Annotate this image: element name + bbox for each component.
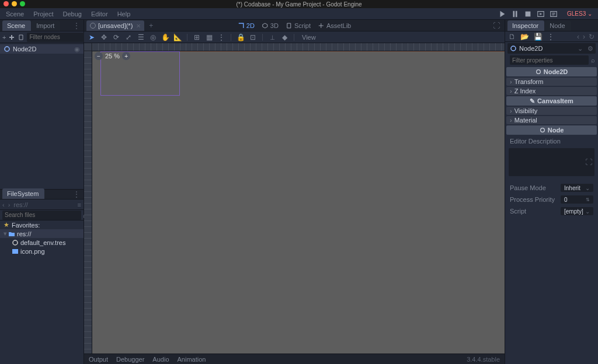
- svg-point-7: [540, 128, 544, 132]
- stop-icon[interactable]: [524, 10, 532, 18]
- nav-path[interactable]: res://: [13, 201, 27, 208]
- section-canvasitem[interactable]: ✎ CanvasItem: [506, 96, 597, 106]
- visibility-toggle-icon[interactable]: ◉: [74, 46, 80, 53]
- add-node-button[interactable]: +: [2, 33, 6, 42]
- script-dropdown[interactable]: [empty]: [561, 207, 593, 215]
- bottom-tab-output[interactable]: Output: [89, 356, 108, 363]
- minimize-window-button[interactable]: [12, 1, 17, 6]
- close-window-button[interactable]: [4, 1, 9, 6]
- filesystem-search-input[interactable]: [2, 211, 81, 220]
- scene-tab-current[interactable]: [unsaved](*) ✕: [86, 20, 144, 31]
- lock-icon[interactable]: 🔒: [237, 33, 245, 41]
- pause-mode-dropdown[interactable]: Inherit: [561, 184, 593, 192]
- workspace-assetlib[interactable]: AssetLib: [318, 22, 351, 29]
- dock-options-icon[interactable]: ⋮: [73, 22, 80, 30]
- new-scene-tab-button[interactable]: +: [149, 22, 153, 30]
- attach-script-button[interactable]: [18, 33, 25, 42]
- process-priority-input[interactable]: 0: [561, 195, 593, 204]
- list-select-icon[interactable]: ☰: [137, 33, 145, 41]
- tab-filesystem[interactable]: FileSystem: [2, 188, 44, 199]
- bottom-tab-debugger[interactable]: Debugger: [116, 356, 144, 363]
- play-project-icon[interactable]: [498, 10, 506, 18]
- menu-scene[interactable]: Scene: [6, 10, 24, 18]
- play-scene-icon[interactable]: [537, 10, 545, 18]
- save-resource-icon[interactable]: 💾: [534, 33, 543, 41]
- zoom-level[interactable]: 25 %: [105, 52, 120, 60]
- expand-icon[interactable]: ⛶: [585, 158, 592, 166]
- select-tool-icon[interactable]: ➤: [88, 33, 96, 41]
- filesystem-menu-icon[interactable]: ≡: [78, 201, 81, 208]
- nav-forward-button[interactable]: ›: [8, 201, 11, 208]
- snap-grid-icon[interactable]: ▦: [205, 33, 213, 41]
- nav-back-button[interactable]: ‹: [2, 201, 5, 208]
- menu-help[interactable]: Help: [117, 10, 131, 18]
- snap-options-icon[interactable]: ⋮: [217, 33, 225, 41]
- favorites-header[interactable]: ★ Favorites:: [0, 220, 84, 229]
- scene-tree-root[interactable]: Node2D ◉: [0, 44, 84, 54]
- view-menu[interactable]: View: [300, 34, 318, 41]
- ruler-vertical[interactable]: [84, 51, 92, 354]
- filter-properties-input[interactable]: [510, 55, 589, 65]
- tab-scene[interactable]: Scene: [2, 20, 31, 31]
- workspace-script-icon: [286, 22, 293, 29]
- maximize-window-button[interactable]: [20, 1, 25, 6]
- open-resource-icon[interactable]: 📂: [520, 33, 529, 41]
- pan-tool-icon[interactable]: ✋: [161, 33, 169, 41]
- ruler-tool-icon[interactable]: 📐: [173, 33, 182, 41]
- close-tab-icon[interactable]: ✕: [136, 23, 141, 29]
- instance-scene-button[interactable]: [8, 33, 15, 42]
- group-material[interactable]: Material: [506, 116, 597, 124]
- editor-description-field[interactable]: ⛶: [509, 148, 594, 176]
- tab-import[interactable]: Import: [32, 20, 60, 31]
- distraction-free-icon[interactable]: ⛶: [493, 22, 500, 30]
- favorites-label: Favorites:: [12, 222, 40, 229]
- dock-options-icon[interactable]: ⋮: [73, 190, 80, 198]
- dropdown-icon[interactable]: ⌄: [578, 45, 583, 52]
- section-node[interactable]: Node: [506, 125, 597, 135]
- tab-inspector[interactable]: Inspector: [507, 20, 544, 31]
- inspected-object-field[interactable]: Node2D ⌄ ⚙: [507, 43, 596, 54]
- bone-icon[interactable]: ⟂: [268, 33, 276, 41]
- play-custom-scene-icon[interactable]: [550, 10, 558, 18]
- workspace-2d[interactable]: 2D: [238, 22, 255, 29]
- object-tools-icon[interactable]: ⚙: [587, 45, 593, 52]
- section-node2d[interactable]: Node2D: [506, 67, 597, 76]
- pivot-tool-icon[interactable]: ◎: [149, 33, 157, 41]
- scene-tree[interactable]: Node2D ◉: [0, 43, 84, 189]
- group-icon[interactable]: ⊡: [249, 33, 257, 41]
- menu-editor[interactable]: Editor: [91, 10, 108, 18]
- 2d-viewport[interactable]: + − 25 % +: [84, 43, 505, 354]
- group-z-index[interactable]: Z Index: [506, 87, 597, 95]
- filesystem-folder-root[interactable]: ▾ res://: [0, 229, 84, 238]
- bottom-tab-audio[interactable]: Audio: [152, 356, 169, 363]
- search-icon[interactable]: ⌕: [591, 55, 595, 65]
- animation-key-icon[interactable]: ◆: [280, 33, 288, 41]
- renderer-selector[interactable]: GLES3 ⌄: [567, 10, 592, 17]
- tab-node[interactable]: Node: [545, 20, 571, 31]
- new-resource-icon[interactable]: 🗋: [509, 33, 516, 41]
- snap-toggle-icon[interactable]: ⊞: [193, 33, 201, 41]
- workspace-script[interactable]: Script: [286, 22, 311, 29]
- filesystem-tree[interactable]: ★ Favorites: ▾ res:// default_env.tres i…: [0, 220, 84, 364]
- scale-tool-icon[interactable]: ⤢: [124, 33, 133, 41]
- bottom-tab-animation[interactable]: Animation: [178, 356, 206, 363]
- menu-project[interactable]: Project: [33, 10, 53, 18]
- ruler-horizontal[interactable]: [92, 43, 505, 51]
- move-tool-icon[interactable]: ✥: [100, 33, 108, 41]
- menu-debug[interactable]: Debug: [62, 10, 81, 18]
- inspector-dock-tabs: Inspector Node: [505, 20, 598, 32]
- svg-point-6: [536, 70, 540, 74]
- history-forward-icon[interactable]: ›: [583, 33, 585, 41]
- history-menu-icon[interactable]: ↻: [589, 33, 594, 41]
- group-visibility[interactable]: Visibility: [506, 107, 597, 115]
- history-back-icon[interactable]: ‹: [577, 33, 579, 41]
- zoom-in-button[interactable]: +: [122, 52, 130, 60]
- filesystem-file[interactable]: icon.png: [0, 247, 84, 256]
- inspector-extra-icon[interactable]: ⋮: [547, 33, 554, 41]
- rotate-tool-icon[interactable]: ⟳: [112, 33, 120, 41]
- zoom-out-button[interactable]: −: [95, 52, 103, 60]
- workspace-3d[interactable]: 3D: [262, 22, 279, 29]
- group-transform[interactable]: Transform: [506, 78, 597, 86]
- filesystem-file[interactable]: default_env.tres: [0, 238, 84, 247]
- pause-icon[interactable]: [511, 10, 519, 18]
